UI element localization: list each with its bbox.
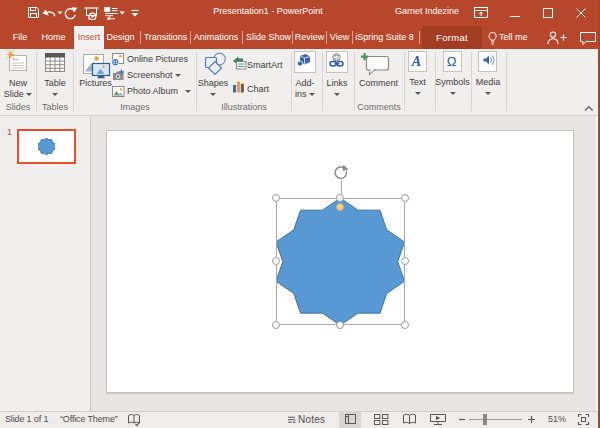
- svg-text:A: A: [411, 54, 421, 69]
- svg-text:Ω: Ω: [447, 54, 457, 69]
